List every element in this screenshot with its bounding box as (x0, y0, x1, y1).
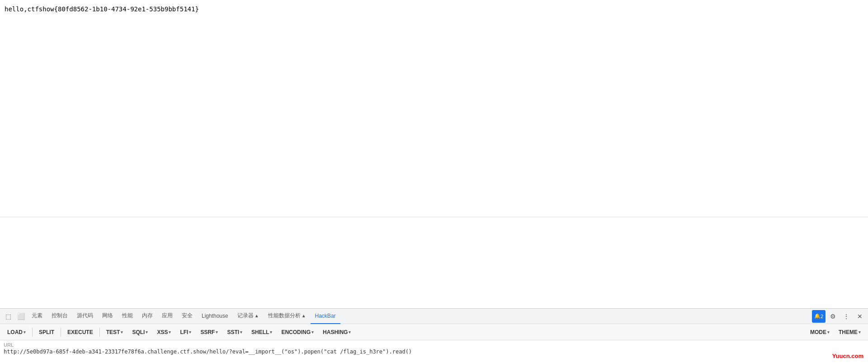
page-text: hello,ctfshow{80fd8562-1b10-4734-92e1-53… (5, 5, 863, 13)
main-content: hello,ctfshow{80fd8562-1b10-4734-92e1-53… (0, 0, 868, 217)
